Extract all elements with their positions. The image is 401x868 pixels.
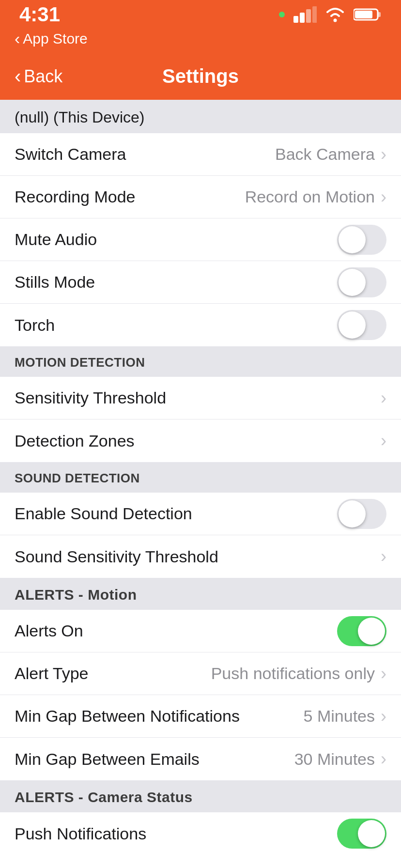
min-gap-emails-value: 30 Minutes › bbox=[294, 749, 386, 769]
svg-rect-2 bbox=[306, 9, 311, 23]
toggle-thumb bbox=[358, 820, 385, 847]
detection-zones-label: Detection Zones bbox=[15, 432, 135, 450]
signal-dot bbox=[279, 12, 285, 17]
chevron-icon: › bbox=[381, 749, 386, 769]
push-notifications-label: Push Notifications bbox=[15, 824, 146, 843]
chevron-icon: › bbox=[381, 431, 386, 451]
page-title: Settings bbox=[162, 65, 239, 87]
torch-toggle[interactable] bbox=[337, 310, 386, 340]
stills-mode-label: Stills Mode bbox=[15, 273, 95, 292]
app-store-chevron-icon: ‹ bbox=[15, 29, 20, 48]
alerts-motion-header: ALERTS - Motion bbox=[0, 578, 401, 610]
switch-camera-label: Switch Camera bbox=[15, 145, 126, 164]
min-gap-notifications-value: 5 Minutes › bbox=[304, 706, 386, 727]
app-store-back-row[interactable]: ‹ App Store bbox=[0, 29, 401, 53]
sound-sensitivity-threshold-item[interactable]: Sound Sensitivity Threshold › bbox=[0, 535, 401, 578]
switch-camera-value: Back Camera › bbox=[275, 144, 386, 165]
toggle-thumb bbox=[339, 226, 366, 253]
switch-camera-item[interactable]: Switch Camera Back Camera › bbox=[0, 133, 401, 176]
sound-detection-section: Enable Sound Detection Sound Sensitivity… bbox=[0, 493, 401, 578]
nav-bar: ‹ Back Settings bbox=[0, 53, 401, 100]
toggle-thumb bbox=[339, 500, 366, 527]
svg-rect-1 bbox=[300, 13, 305, 23]
enable-sound-detection-item: Enable Sound Detection bbox=[0, 493, 401, 535]
min-gap-notifications-label: Min Gap Between Notifications bbox=[15, 707, 240, 726]
min-gap-notifications-item[interactable]: Min Gap Between Notifications 5 Minutes … bbox=[0, 695, 401, 738]
push-notifications-item: Push Notifications bbox=[0, 812, 401, 855]
alerts-motion-section: Alerts On Alert Type Push notifications … bbox=[0, 610, 401, 780]
alerts-on-item: Alerts On bbox=[0, 610, 401, 652]
recording-mode-value: Record on Motion › bbox=[245, 187, 386, 207]
back-label[interactable]: Back bbox=[24, 66, 62, 87]
recording-mode-item[interactable]: Recording Mode Record on Motion › bbox=[0, 176, 401, 218]
svg-rect-3 bbox=[312, 6, 317, 23]
alerts-on-label: Alerts On bbox=[15, 621, 83, 640]
svg-rect-6 bbox=[378, 12, 381, 17]
enable-sound-detection-toggle[interactable] bbox=[337, 499, 386, 529]
enable-sound-detection-label: Enable Sound Detection bbox=[15, 504, 192, 523]
alert-type-item[interactable]: Alert Type Push notifications only › bbox=[0, 652, 401, 695]
mute-audio-item: Mute Audio bbox=[0, 218, 401, 261]
chevron-icon: › bbox=[381, 706, 386, 727]
detection-zones-value: › bbox=[381, 431, 386, 451]
signal-icon bbox=[293, 6, 317, 23]
motion-detection-section: Sensitivity Threshold › Detection Zones … bbox=[0, 377, 401, 462]
toggle-thumb bbox=[339, 269, 366, 296]
recording-mode-label: Recording Mode bbox=[15, 187, 135, 206]
chevron-icon: › bbox=[381, 388, 386, 408]
motion-detection-header: MOTION DETECTION bbox=[0, 346, 401, 377]
toggle-thumb bbox=[339, 311, 366, 339]
chevron-icon: › bbox=[381, 144, 386, 165]
stills-mode-item: Stills Mode bbox=[0, 261, 401, 304]
status-icons bbox=[279, 6, 382, 23]
min-gap-emails-item[interactable]: Min Gap Between Emails 30 Minutes › bbox=[0, 738, 401, 780]
svg-point-4 bbox=[334, 19, 337, 22]
sensitivity-threshold-item[interactable]: Sensitivity Threshold › bbox=[0, 377, 401, 419]
toggle-thumb bbox=[358, 618, 385, 645]
mute-audio-toggle[interactable] bbox=[337, 225, 386, 255]
alert-type-label: Alert Type bbox=[15, 664, 88, 683]
alert-type-value: Push notifications only › bbox=[211, 664, 386, 684]
chevron-icon: › bbox=[381, 187, 386, 207]
app-store-back-label[interactable]: App Store bbox=[23, 31, 87, 47]
back-chevron-icon: ‹ bbox=[15, 65, 21, 87]
min-gap-emails-label: Min Gap Between Emails bbox=[15, 750, 200, 769]
torch-label: Torch bbox=[15, 316, 55, 335]
battery-icon bbox=[354, 7, 382, 22]
device-section-header: (null) (This Device) bbox=[0, 100, 401, 133]
sound-sensitivity-threshold-value: › bbox=[381, 546, 386, 567]
sound-sensitivity-threshold-label: Sound Sensitivity Threshold bbox=[15, 547, 218, 566]
chevron-icon: › bbox=[381, 664, 386, 684]
back-button[interactable]: ‹ Back bbox=[15, 65, 62, 87]
chevron-icon: › bbox=[381, 546, 386, 567]
alerts-on-toggle[interactable] bbox=[337, 616, 386, 646]
sound-detection-header: SOUND DETECTION bbox=[0, 462, 401, 493]
status-bar: 4:31 bbox=[0, 0, 401, 29]
torch-item: Torch bbox=[0, 304, 401, 346]
svg-rect-0 bbox=[293, 16, 298, 23]
sensitivity-threshold-value: › bbox=[381, 388, 386, 408]
wifi-icon bbox=[324, 6, 347, 23]
stills-mode-toggle[interactable] bbox=[337, 267, 386, 297]
detection-zones-item[interactable]: Detection Zones › bbox=[0, 419, 401, 462]
sensitivity-threshold-label: Sensitivity Threshold bbox=[15, 388, 166, 407]
home-indicator bbox=[0, 855, 401, 868]
status-time: 4:31 bbox=[19, 3, 60, 26]
mute-audio-label: Mute Audio bbox=[15, 230, 97, 249]
camera-settings-section: Switch Camera Back Camera › Recording Mo… bbox=[0, 133, 401, 346]
push-notifications-toggle[interactable] bbox=[337, 819, 386, 849]
alerts-camera-status-section: Push Notifications bbox=[0, 812, 401, 855]
alerts-camera-status-header: ALERTS - Camera Status bbox=[0, 780, 401, 812]
svg-rect-7 bbox=[355, 11, 372, 18]
